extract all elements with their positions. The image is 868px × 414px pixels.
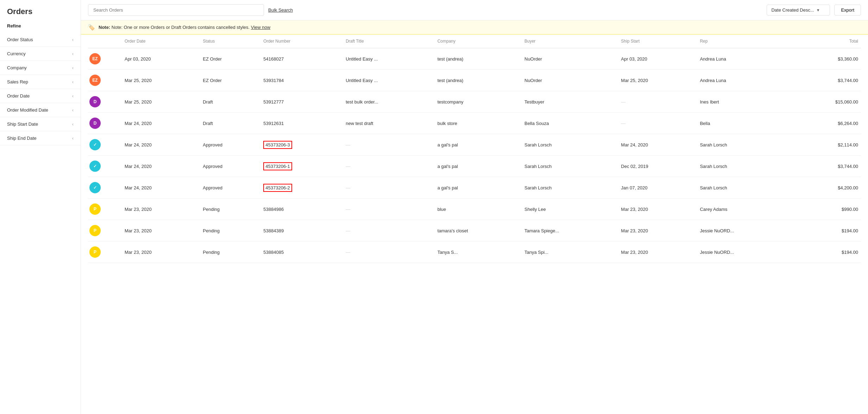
alert-view-now-link[interactable]: View now	[251, 25, 270, 30]
order-date-cell: Mar 23, 2020	[122, 242, 200, 263]
alert-banner: 🏷️ Note: Note: One or more Orders or Dra…	[81, 20, 868, 34]
filter-item-label: Sales Rep	[7, 79, 28, 84]
order-number-cell[interactable]: 53912777	[260, 91, 343, 113]
filter-item-currency[interactable]: Currency ‹	[0, 47, 81, 61]
order-number-cell[interactable]: 53912631	[260, 113, 343, 134]
ship-start-cell: Apr 03, 2020	[618, 48, 697, 70]
table-row[interactable]: DMar 25, 2020Draft53912777test bulk orde…	[88, 91, 861, 113]
table-row[interactable]: ✓Mar 24, 2020Approved45373206-1—a gal's …	[88, 156, 861, 177]
table-row[interactable]: ✓Mar 24, 2020Approved45373206-2—a gal's …	[88, 177, 861, 199]
buyer-cell: Bella Souza	[522, 113, 618, 134]
buyer-cell: Testbuyer	[522, 91, 618, 113]
total-cell: $3,744.00	[792, 156, 861, 177]
table-row[interactable]: PMar 23, 2020Pending53884389—tamara's cl…	[88, 220, 861, 242]
draft-title-cell: —	[343, 156, 434, 177]
ship-start-cell: Mar 24, 2020	[618, 134, 697, 156]
draft-title-cell: Untitled Easy ...	[343, 70, 434, 91]
order-number-cell[interactable]: 53884389	[260, 220, 343, 242]
filter-item-ship-end-date[interactable]: Ship End Date ‹	[0, 131, 81, 145]
rep-cell: Ines Ibert	[697, 91, 792, 113]
company-cell: blue	[435, 199, 522, 220]
order-status-cell: Pending	[200, 199, 260, 220]
ship-start-cell: Mar 25, 2020	[618, 70, 697, 91]
order-number-cell[interactable]: 53931784	[260, 70, 343, 91]
order-date-cell: Mar 25, 2020	[122, 70, 200, 91]
buyer-cell: Sarah Lorsch	[522, 177, 618, 199]
company-cell: test (andrea)	[435, 70, 522, 91]
filter-item-company[interactable]: Company ‹	[0, 61, 81, 75]
table-body: EZApr 03, 2020EZ Order54168027Untitled E…	[88, 48, 861, 263]
ship-start-cell: —	[618, 113, 697, 134]
order-number-highlighted: 45373206-1	[263, 162, 292, 170]
page-title: Orders	[0, 7, 81, 23]
order-number-cell[interactable]: 53884085	[260, 242, 343, 263]
filter-item-label: Order Status	[7, 37, 33, 42]
filter-item-order-status[interactable]: Order Status ‹	[0, 33, 81, 47]
rep-cell: Jessie NuORD...	[697, 242, 792, 263]
ship-start-cell: Mar 23, 2020	[618, 199, 697, 220]
draft-title-cell: new test draft	[343, 113, 434, 134]
order-number-cell[interactable]: 45373206-2	[260, 177, 343, 199]
filter-item-sales-rep[interactable]: Sales Rep ‹	[0, 75, 81, 89]
filter-item-label: Order Date	[7, 93, 30, 99]
col-header-draft-title: Draft Title	[343, 34, 434, 48]
order-type-icon: EZ	[89, 53, 101, 64]
draft-title-cell: test bulk order...	[343, 91, 434, 113]
rep-cell: Carey Adams	[697, 199, 792, 220]
col-header-order-number: Order Number	[260, 34, 343, 48]
filter-item-order-modified-date[interactable]: Order Modified Date ‹	[0, 103, 81, 117]
icon-cell: ✓	[88, 177, 122, 199]
ship-start-cell: Mar 23, 2020	[618, 220, 697, 242]
rep-cell: Sarah Lorsch	[697, 134, 792, 156]
col-header-ship-start: Ship Start	[618, 34, 697, 48]
table-row[interactable]: EZApr 03, 2020EZ Order54168027Untitled E…	[88, 48, 861, 70]
chevron-down-icon: ▾	[817, 7, 819, 13]
filter-item-label: Ship End Date	[7, 136, 37, 141]
order-type-icon: P	[89, 203, 101, 215]
order-date-cell: Mar 23, 2020	[122, 220, 200, 242]
order-number-cell[interactable]: 53884986	[260, 199, 343, 220]
chevron-icon: ‹	[72, 136, 74, 141]
order-number-cell[interactable]: 45373206-1	[260, 156, 343, 177]
order-type-icon: P	[89, 225, 101, 236]
sort-label: Date Created Desc...	[771, 7, 814, 13]
col-header-total: Total	[792, 34, 861, 48]
total-cell: $194.00	[792, 220, 861, 242]
table-row[interactable]: PMar 23, 2020Pending53884986—blueShelly …	[88, 199, 861, 220]
export-button[interactable]: Export	[834, 5, 861, 15]
icon-cell: P	[88, 199, 122, 220]
draft-title-cell: —	[343, 177, 434, 199]
order-number-cell[interactable]: 45373206-3	[260, 134, 343, 156]
table-row[interactable]: DMar 24, 2020Draft53912631new test draft…	[88, 113, 861, 134]
order-status-cell: Draft	[200, 113, 260, 134]
rep-cell: Andrea Luna	[697, 48, 792, 70]
buyer-cell: NuOrder	[522, 48, 618, 70]
sort-dropdown[interactable]: Date Created Desc... ▾	[767, 5, 830, 15]
table-row[interactable]: ✓Mar 24, 2020Approved45373206-3—a gal's …	[88, 134, 861, 156]
filter-item-order-date[interactable]: Order Date ‹	[0, 89, 81, 103]
order-status-cell: Pending	[200, 220, 260, 242]
top-bar: Bulk Search Date Created Desc... ▾ Expor…	[81, 0, 868, 20]
total-cell: $4,200.00	[792, 177, 861, 199]
ship-start-cell: —	[618, 91, 697, 113]
col-header-order-date: Order Date	[122, 34, 200, 48]
filter-item-ship-start-date[interactable]: Ship Start Date ‹	[0, 117, 81, 131]
buyer-cell: Tanya Spi...	[522, 242, 618, 263]
order-number-cell[interactable]: 54168027	[260, 48, 343, 70]
draft-title-cell: —	[343, 199, 434, 220]
bulk-search-link[interactable]: Bulk Search	[268, 7, 293, 13]
chevron-icon: ‹	[72, 122, 74, 127]
chevron-icon: ‹	[72, 94, 74, 99]
search-input[interactable]	[88, 4, 264, 16]
buyer-cell: Tamara Spiege...	[522, 220, 618, 242]
table-row[interactable]: PMar 23, 2020Pending53884085—Tanya S...T…	[88, 242, 861, 263]
buyer-cell: Sarah Lorsch	[522, 156, 618, 177]
icon-cell: D	[88, 113, 122, 134]
table-row[interactable]: EZMar 25, 2020EZ Order53931784Untitled E…	[88, 70, 861, 91]
order-status-cell: Draft	[200, 91, 260, 113]
order-type-icon: D	[89, 118, 101, 129]
search-box	[88, 4, 264, 16]
ship-start-cell: Dec 02, 2019	[618, 156, 697, 177]
order-status-cell: Approved	[200, 177, 260, 199]
icon-cell: ✓	[88, 134, 122, 156]
